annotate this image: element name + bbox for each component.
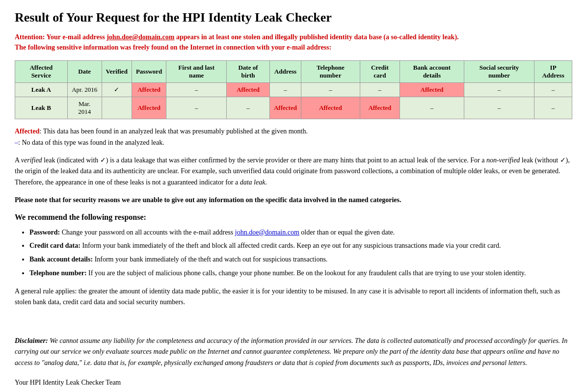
- attention-suffix: appears in at least one stolen and illeg…: [174, 33, 458, 41]
- table-cell: –: [227, 97, 270, 119]
- col-header-credit-card: Credit card: [360, 61, 400, 83]
- list-item: Bank account details: Inform your bank i…: [29, 254, 572, 265]
- legend-affected-desc: : This data has been found in an analyze…: [40, 128, 308, 135]
- legend-dash-label: –: [15, 139, 18, 146]
- legend: Affected: This data has been found in an…: [15, 126, 572, 148]
- col-header-telephone: Telephone number: [301, 61, 360, 83]
- attention-email[interactable]: john.doe@domain.com: [107, 33, 174, 41]
- attention-box: Attention: Your e-mail address john.doe@…: [15, 32, 572, 52]
- table-cell: –: [400, 97, 464, 119]
- recommend-label: Credit card data:: [29, 242, 80, 249]
- table-cell: Affected: [269, 97, 301, 119]
- table-row: Leak BMar. 2014Affected––AffectedAffecte…: [15, 97, 572, 119]
- table-cell: Affected: [227, 83, 270, 97]
- table-cell: Mar. 2014: [67, 97, 102, 119]
- disclaimer: Disclaimer: We cannot assume any liabili…: [15, 336, 572, 368]
- col-header-date: Date: [67, 61, 102, 83]
- recommend-email-link[interactable]: john.doe@domain.com: [235, 229, 299, 236]
- col-header-bank: Bank account details: [400, 61, 464, 83]
- legend-dash-desc: : No data of this type was found in the …: [18, 139, 164, 146]
- table-cell: –: [166, 83, 227, 97]
- leaks-table: Affected Service Date Verified Password …: [15, 60, 572, 119]
- table-cell: Affected: [132, 97, 166, 119]
- col-header-service: Affected Service: [15, 61, 68, 83]
- table-cell: Affected: [360, 97, 400, 119]
- footer-team: Your HPI Identity Leak Checker Team: [15, 379, 121, 386]
- table-cell: –: [360, 83, 400, 97]
- verified-description: A verified leak (indicated with ✓) is a …: [15, 155, 572, 188]
- disclaimer-text: We cannot assume any liability for the c…: [15, 337, 567, 366]
- col-header-password: Password: [132, 61, 166, 83]
- table-cell: [102, 97, 132, 119]
- col-header-name: First and last name: [166, 61, 227, 83]
- security-note: Please note that for security reasons we…: [15, 195, 572, 206]
- table-cell: Affected: [301, 97, 360, 119]
- recommendations-list: Password: Change your password on all ac…: [29, 227, 572, 279]
- recommend-label: Password:: [29, 229, 60, 236]
- table-cell: Leak A: [15, 83, 68, 97]
- page-title: Result of Your Request for the HPI Ident…: [15, 10, 572, 25]
- table-cell: –: [166, 97, 227, 119]
- table-header-row: Affected Service Date Verified Password …: [15, 61, 572, 83]
- table-cell: Leak B: [15, 97, 68, 119]
- attention-prefix: Attention: Your e-mail address: [15, 33, 107, 41]
- table-cell: ✓: [102, 83, 132, 97]
- col-header-verified: Verified: [102, 61, 132, 83]
- table-cell: –: [464, 83, 534, 97]
- recommend-label: Telephone number:: [29, 269, 87, 277]
- table-row: Leak AApr. 2016✓Affected–Affected–––Affe…: [15, 83, 572, 97]
- list-item: Password: Change your password on all ac…: [29, 227, 572, 238]
- list-item: Credit card data: Inform your bank immed…: [29, 240, 572, 252]
- disclaimer-label: Disclaimer:: [15, 337, 48, 344]
- table-cell: –: [301, 83, 360, 97]
- col-header-ssn: Social security number: [464, 61, 534, 83]
- list-item: Telephone number: If you are the subject…: [29, 267, 572, 279]
- footer: Your HPI Identity Leak Checker Team Webs…: [15, 376, 572, 392]
- recommend-label: Bank account details:: [29, 256, 93, 263]
- table-cell: –: [534, 97, 572, 119]
- general-rule: A general rule applies: the greater the …: [15, 286, 572, 308]
- attention-line2: The following sensitive information was …: [15, 44, 331, 51]
- empty-spacer: [15, 318, 572, 329]
- col-header-ip: IP Address: [534, 61, 572, 83]
- col-header-address: Address: [269, 61, 301, 83]
- table-cell: Apr. 2016: [67, 83, 102, 97]
- table-cell: –: [534, 83, 572, 97]
- table-cell: Affected: [132, 83, 166, 97]
- legend-affected-label: Affected: [15, 128, 40, 135]
- recommend-heading: We recommend the following response:: [15, 213, 572, 222]
- table-cell: –: [269, 83, 301, 97]
- table-cell: Affected: [400, 83, 464, 97]
- col-header-dob: Date of birth: [227, 61, 270, 83]
- table-cell: –: [464, 97, 534, 119]
